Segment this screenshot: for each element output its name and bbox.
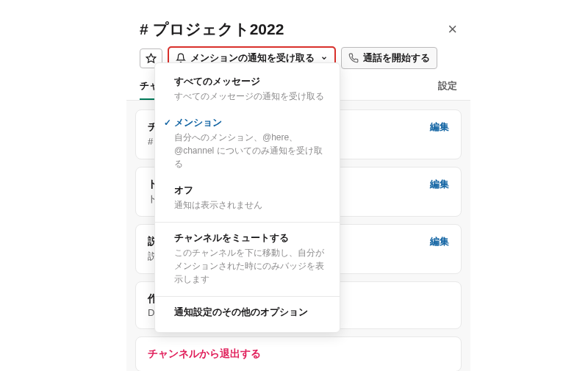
edit-link[interactable]: 編集	[430, 235, 449, 248]
start-call-button[interactable]: 通話を開始する	[341, 47, 437, 69]
menu-item-title: すべてのメッセージ	[174, 75, 326, 88]
menu-separator	[155, 222, 340, 223]
chevron-down-icon	[320, 54, 328, 62]
menu-item-mentions[interactable]: ✓ メンション 自分へのメンション、@here、@channel についてのみ通…	[155, 110, 340, 178]
menu-item-desc: このチャンネルを下に移動し、自分がメンションされた時にのみバッジを表示します	[174, 246, 326, 286]
menu-item-off[interactable]: オフ 通知は表示されません	[155, 178, 340, 219]
check-icon: ✓	[164, 118, 171, 128]
close-button[interactable]: ×	[448, 20, 457, 39]
tab-settings[interactable]: 設定	[438, 79, 457, 100]
phone-icon	[348, 53, 359, 63]
bell-icon	[176, 53, 186, 63]
edit-link[interactable]: 編集	[430, 178, 449, 191]
menu-item-desc: 通知は表示されません	[174, 198, 326, 212]
star-icon	[146, 53, 157, 64]
menu-separator	[155, 296, 340, 297]
menu-item-mute[interactable]: チャンネルをミュートする このチャンネルを下に移動し、自分がメンションされた時に…	[155, 226, 340, 293]
svg-marker-0	[146, 54, 156, 62]
hash-icon: #	[140, 21, 148, 38]
modal-header: # プロジェクト2022 ×	[126, 9, 470, 47]
menu-item-all-messages[interactable]: すべてのメッセージ すべてのメッセージの通知を受け取る	[155, 69, 340, 110]
menu-item-title: オフ	[174, 184, 326, 197]
menu-item-title: メンション	[174, 116, 326, 129]
edit-link[interactable]: 編集	[430, 120, 449, 134]
call-label: 通話を開始する	[363, 51, 430, 65]
menu-item-title: チャンネルをミュートする	[174, 231, 326, 245]
channel-name: プロジェクト2022	[153, 19, 284, 40]
leave-channel-button[interactable]: チャンネルから退出する	[135, 336, 462, 371]
channel-title: # プロジェクト2022	[140, 19, 284, 40]
menu-item-title: 通知設定のその他のオプション	[174, 306, 326, 319]
menu-item-desc: すべてのメッセージの通知を受け取る	[174, 90, 326, 103]
menu-item-desc: 自分へのメンション、@here、@channel についてのみ通知を受け取る	[174, 131, 326, 170]
menu-item-more-options[interactable]: 通知設定のその他のオプション	[155, 300, 340, 326]
notification-menu: すべてのメッセージ すべてのメッセージの通知を受け取る ✓ メンション 自分への…	[154, 62, 340, 333]
